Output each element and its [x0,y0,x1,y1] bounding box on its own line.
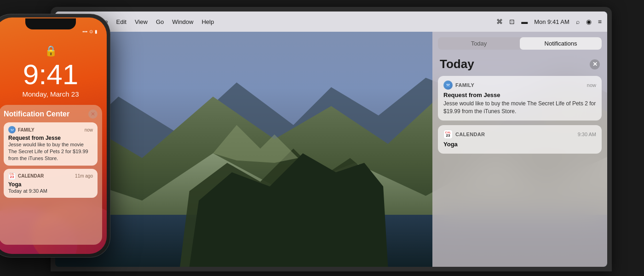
ios-notif-card-family[interactable]: FAMILY now Request from Jesse Jesse woul… [4,122,98,166]
ios-family-title: Request from Jesse [8,135,93,141]
menu-bar-right: ⌘ ⊡ ▬ Mon 9:41 AM ⌕ ◉ ≡ [496,18,602,25]
svg-point-10 [448,84,449,85]
macos-desktop:  Finder File Edit View Go Window Help ⌘… [55,12,607,267]
notif-card-calendar-header: CAL 23 CALENDAR 9:30 AM [443,130,596,139]
ios-status-right: ▪▪▪ ⊙ ▮ [82,29,98,34]
notif-close-button[interactable]: ✕ [590,59,600,69]
svg-point-14 [10,127,14,132]
family-app-icon [443,80,453,90]
menu-view[interactable]: View [135,18,148,25]
iphone-notch [25,18,76,29]
menu-bar:  Finder File Edit View Go Window Help ⌘… [55,12,607,32]
mac-screen-bezel:  Finder File Edit View Go Window Help ⌘… [55,12,607,267]
calendar-notif-time: 9:30 AM [578,132,596,137]
svg-point-9 [447,84,448,85]
notif-tabs: Today Notifications [438,37,602,50]
menu-help[interactable]: Help [201,18,214,25]
ios-notification-center: Notification Center ✕ FAMILY now Request… [0,105,102,245]
calendar-app-icon: CAL 23 [443,130,453,139]
siri-icon[interactable]: ◉ [586,18,592,25]
iphone-device: ▪▪▪ ⊙ ▮ 🔒 9:41 Monday, March 23 Notifica… [0,14,110,258]
ios-family-body: Jesse would like to buy the movie The Se… [8,141,93,162]
menu-edit[interactable]: Edit [116,18,126,25]
ios-wifi-icon: ⊙ [89,29,93,34]
mac-laptop:  Finder File Edit View Go Window Help ⌘… [51,7,612,271]
ios-notif-header: Notification Center ✕ [4,109,98,119]
search-icon[interactable]: ⌕ [576,18,580,25]
calendar-app-name: CALENDAR [455,132,578,137]
family-notif-body: Jesse would like to buy the movie The Se… [443,100,596,116]
family-notif-title: Request from Jesse [443,92,596,98]
ios-family-app-name: FAMILY [18,127,85,132]
lock-icon: 🔒 [45,45,57,57]
notif-card-family-header: FAMILY now [443,80,596,90]
svg-point-15 [11,129,12,130]
ios-date-display: Monday, March 23 [22,90,79,98]
ios-calendar-app-name: CALENDAR [18,173,75,178]
ios-calendar-title: Yoga [8,181,93,188]
svg-point-16 [12,129,13,130]
ios-calendar-time: 11m ago [75,173,93,178]
ios-notif-center-title: Notification Center [4,110,69,118]
iphone-screen: ▪▪▪ ⊙ ▮ 🔒 9:41 Monday, March 23 Notifica… [0,17,107,254]
ios-time-display: 9:41 [23,58,79,91]
family-app-name: FAMILY [455,82,587,88]
menu-window[interactable]: Window [172,18,193,25]
tab-notifications[interactable]: Notifications [520,37,602,50]
wifi-icon: ⌘ [496,18,503,25]
notification-panel: Today Notifications Today ✕ FAMILY now [432,32,607,267]
wifi-icon2: ⊡ [509,18,515,25]
ios-signal-icon: ▪▪▪ [82,29,87,34]
menu-go[interactable]: Go [156,18,164,25]
ios-calendar-header: CAL 23 CALENDAR 11m ago [8,172,93,180]
ios-notif-card-calendar[interactable]: CAL 23 CALENDAR 11m ago Yoga Today at 9:… [4,169,98,198]
ios-family-time: now [85,127,93,132]
ios-calendar-body: Today at 9:30 AM [8,188,93,195]
battery-icon: ▬ [521,18,528,25]
tab-today[interactable]: Today [438,37,520,50]
ios-notif-close[interactable]: ✕ [88,109,98,119]
ios-family-icon [8,126,16,133]
control-center-icon[interactable]: ≡ [598,18,602,25]
notif-card-calendar[interactable]: CAL 23 CALENDAR 9:30 AM Yoga [438,125,602,154]
ios-family-header: FAMILY now [8,126,93,133]
notif-section-title: Today ✕ [432,53,607,76]
ios-calendar-icon: CAL 23 [8,172,16,180]
calendar-notif-title: Yoga [443,141,596,148]
family-notif-time: now [587,82,596,88]
ios-battery-icon: ▮ [95,29,98,34]
menu-bar-time: Mon 9:41 AM [534,18,569,25]
notif-card-family[interactable]: FAMILY now Request from Jesse Jesse woul… [438,76,602,121]
svg-point-8 [445,82,451,88]
